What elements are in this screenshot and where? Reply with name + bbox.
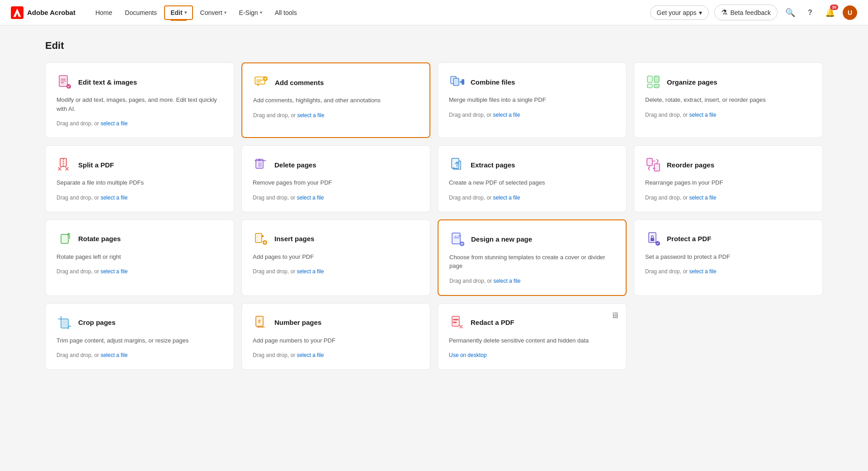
svg-rect-8 [647, 76, 652, 82]
use-on-desktop-link[interactable]: Use on desktop [449, 352, 486, 358]
card-desc: Merge multiple files into a single PDF [449, 95, 615, 105]
card-header: Add comments [253, 74, 419, 90]
select-file-link[interactable]: select a file [689, 268, 716, 275]
nav-convert[interactable]: Convert ▾ [195, 6, 232, 19]
brand-name: Adobe Acrobat [27, 9, 75, 16]
tool-card-rotate-pages[interactable]: Rotate pages Rotate pages left or right … [45, 219, 234, 296]
tool-card-crop-pages[interactable]: Crop pages Trim page content, adjust mar… [45, 303, 234, 370]
card-footer: Drag and drop, or select a file [645, 195, 811, 201]
card-title: Split a PDF [78, 161, 114, 169]
tool-card-design-new-page[interactable]: Design a new page Choose from stunning t… [438, 219, 627, 296]
tool-icon-add-comments [253, 74, 269, 90]
tool-icon-redact-pdf [449, 314, 465, 331]
tool-card-delete-pages[interactable]: Delete pages Remove pages from your PDF … [241, 145, 430, 212]
svg-rect-20 [647, 158, 652, 166]
select-file-link[interactable]: select a file [100, 195, 127, 201]
select-file-link[interactable]: select a file [493, 278, 520, 284]
card-footer: Drag and drop, or select a file [645, 268, 811, 275]
select-file-link[interactable]: select a file [297, 268, 324, 275]
card-desc: Rearrange pages in your PDF [645, 178, 811, 187]
select-file-link[interactable]: select a file [689, 112, 716, 118]
card-footer: Drag and drop, or select a file [253, 112, 419, 119]
card-desc: Add page numbers to your PDF [253, 336, 419, 345]
card-desc: Trim page content, adjust margins, or re… [57, 336, 223, 345]
card-desc: Remove pages from your PDF [253, 178, 419, 187]
nav-items: Home Documents Edit ▾ Convert ▾ E-Sign ▾… [90, 5, 650, 20]
get-apps-button[interactable]: Get your apps ▾ [650, 5, 709, 20]
tool-card-combine-files[interactable]: Combine files Merge multiple files into … [438, 62, 627, 138]
tool-card-number-pages[interactable]: # Number pages Add page numbers to your … [241, 303, 430, 370]
main-content: Edit Edit text & images Modify or add te… [0, 25, 868, 471]
card-footer: Drag and drop, or select a file [57, 195, 223, 201]
card-footer: Drag and drop, or select a file [449, 195, 615, 201]
select-file-link[interactable]: select a file [100, 352, 127, 358]
tool-icon-split-pdf [57, 157, 73, 173]
card-title: Number pages [274, 319, 321, 326]
tool-icon-insert-pages [253, 231, 269, 247]
navbar: Adobe Acrobat Home Documents Edit ▾ Conv… [0, 0, 868, 25]
card-desc: Add comments, highlights, and other anno… [253, 96, 419, 105]
user-avatar[interactable]: U [843, 5, 857, 20]
notification-count: 30 [830, 5, 838, 10]
card-desc: Delete, rotate, extract, insert, or reor… [645, 95, 811, 105]
tool-card-add-comments[interactable]: Add comments Add comments, highlights, a… [241, 62, 430, 138]
card-header: Combine files [449, 74, 615, 90]
card-desc: Rotate pages left or right [57, 252, 223, 262]
card-header: Redact a PDF [449, 314, 615, 331]
select-file-link[interactable]: select a file [493, 195, 520, 201]
svg-rect-38 [453, 322, 457, 323]
nav-all-tools[interactable]: All tools [269, 6, 302, 19]
tool-card-protect-pdf[interactable]: Protect a PDF Set a password to protect … [634, 219, 823, 296]
card-desc: Set a password to protect a PDF [645, 252, 811, 262]
select-file-link[interactable]: select a file [493, 112, 520, 118]
card-header: # Number pages [253, 314, 419, 331]
nav-esign[interactable]: E-Sign ▾ [234, 6, 268, 19]
tool-card-insert-pages[interactable]: Insert pages Add pages to your PDF Drag … [241, 219, 430, 296]
svg-rect-36 [452, 316, 459, 326]
card-footer: Drag and drop, or select a file [449, 278, 615, 284]
navbar-right: Get your apps ▾ ⚗ Beta feedback 🔍 ? 🔔 30… [650, 5, 857, 20]
nav-home[interactable]: Home [90, 6, 118, 19]
card-title: Rotate pages [78, 235, 121, 243]
card-title: Combine files [471, 78, 515, 86]
card-title: Redact a PDF [471, 319, 514, 326]
tool-card-organize-pages[interactable]: Organize pages Delete, rotate, extract, … [634, 62, 823, 138]
notifications-button[interactable]: 🔔 30 [823, 5, 837, 20]
card-desc: Add pages to your PDF [253, 252, 419, 262]
brand[interactable]: Adobe Acrobat [11, 6, 75, 19]
nav-documents[interactable]: Documents [119, 6, 162, 19]
tool-card-redact-pdf[interactable]: 🖥 Redact a PDF Permanently delete sensit… [438, 303, 627, 370]
esign-chevron-icon: ▾ [260, 10, 262, 15]
card-header: Insert pages [253, 231, 419, 247]
card-title: Design a new page [471, 235, 532, 243]
select-file-link[interactable]: select a file [100, 120, 127, 127]
select-file-link[interactable]: select a file [297, 195, 324, 201]
help-button[interactable]: ? [803, 5, 817, 20]
search-button[interactable]: 🔍 [783, 5, 797, 20]
select-file-link[interactable]: select a file [689, 195, 716, 201]
tool-card-split-pdf[interactable]: Split a PDF Separate a file into multipl… [45, 145, 234, 212]
card-title: Crop pages [78, 319, 116, 326]
search-icon: 🔍 [785, 8, 795, 18]
card-desc: Permanently delete sensitive content and… [449, 336, 615, 345]
help-icon: ? [808, 9, 812, 17]
select-file-link[interactable]: select a file [100, 268, 127, 275]
tool-icon-rotate-pages [57, 231, 73, 247]
tool-icon-design-new-page [449, 231, 466, 247]
nav-edit[interactable]: Edit ▾ [164, 5, 193, 20]
beta-feedback-button[interactable]: ⚗ Beta feedback [714, 5, 778, 20]
svg-rect-7 [462, 79, 464, 85]
select-file-link[interactable]: select a file [297, 352, 324, 358]
card-desc: Modify or add text, images, pages, and m… [57, 95, 223, 113]
svg-rect-21 [654, 164, 660, 171]
card-title: Insert pages [274, 235, 314, 243]
tool-card-reorder-pages[interactable]: Reorder pages Rearrange pages in your PD… [634, 145, 823, 212]
tool-card-edit-text[interactable]: Edit text & images Modify or add text, i… [45, 62, 234, 138]
svg-rect-11 [654, 84, 659, 88]
svg-rect-6 [453, 78, 459, 86]
tool-icon-number-pages: # [253, 314, 269, 331]
card-header: Reorder pages [645, 157, 811, 173]
svg-rect-30 [651, 238, 654, 241]
tool-card-extract-pages[interactable]: Extract pages Create a new PDF of select… [438, 145, 627, 212]
select-file-link[interactable]: select a file [297, 112, 324, 119]
